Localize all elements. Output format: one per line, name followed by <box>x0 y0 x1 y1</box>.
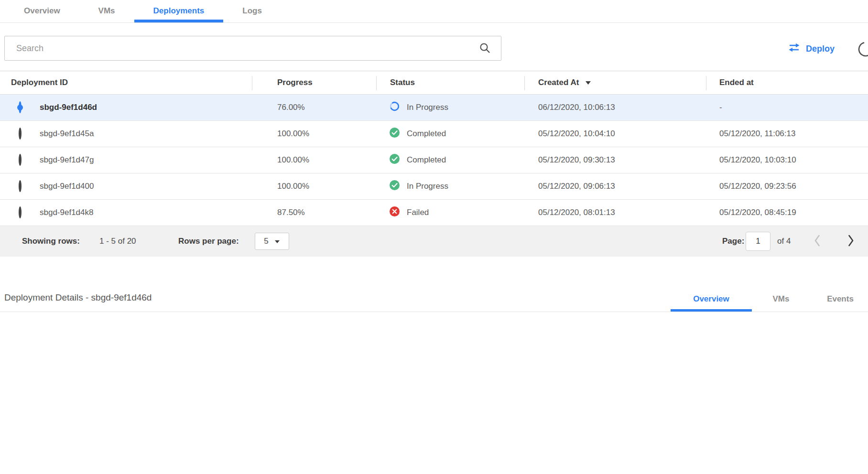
deployments-page: { "tabs": { "items": [ {"label": "Overvi… <box>0 0 868 474</box>
deployment-id-cell: sbgd-9ef1d47g <box>40 155 94 165</box>
ended-at-cell: 05/12/2020, 10:03:10 <box>719 155 796 165</box>
ended-at-cell: - <box>719 103 722 112</box>
details-tab-overview[interactable]: Overview <box>671 290 752 312</box>
completed-check-icon <box>389 127 400 140</box>
chevron-left-icon <box>814 234 821 248</box>
page-number-input[interactable] <box>746 232 770 251</box>
page-total: of 4 <box>777 237 791 246</box>
progress-cell: 100.00% <box>277 129 309 139</box>
status-cell: Completed <box>407 129 446 139</box>
row-radio-selected[interactable] <box>19 101 22 113</box>
status-cell: In Progress <box>407 182 448 191</box>
deployment-details-section: Deployment Details - sbgd-9ef1d46d Overv… <box>0 286 868 474</box>
table-row[interactable]: sbgd-9ef1d45a 100.00% Completed 05/12/20… <box>0 121 868 147</box>
refresh-icon <box>857 40 868 60</box>
row-radio[interactable] <box>19 180 22 192</box>
column-header-deployment-id: Deployment ID <box>11 78 68 87</box>
chevron-right-icon <box>847 234 855 248</box>
refresh-button[interactable] <box>857 40 868 58</box>
main-tabbar: Overview VMs Deployments Logs <box>0 0 868 23</box>
created-at-cell: 05/12/2020, 10:04:10 <box>538 129 615 139</box>
column-header-created-at-label: Created At <box>538 78 579 87</box>
deploy-button[interactable]: Deploy <box>788 40 835 57</box>
deployment-id-cell: sbgd-9ef1d4k8 <box>40 208 93 217</box>
column-divider <box>524 76 525 90</box>
created-at-cell: 06/12/2020, 10:06:13 <box>538 103 615 112</box>
search-icon <box>479 42 491 56</box>
deployment-id-cell: sbgd-9ef1d45a <box>40 129 94 139</box>
table-footer: Showing rows: 1 - 5 of 20 Rows per page:… <box>0 226 868 257</box>
column-divider <box>252 76 252 90</box>
rows-per-page-value: 5 <box>264 237 268 246</box>
tab-deployments[interactable]: Deployments <box>134 0 224 22</box>
status-cell: In Progress <box>407 103 448 112</box>
page-label: Page: <box>722 237 744 246</box>
column-header-status: Status <box>390 78 415 87</box>
row-radio[interactable] <box>19 154 22 166</box>
column-divider <box>706 76 706 90</box>
table-row[interactable]: sbgd-9ef1d46d 76.00% In Progress 06/12/2… <box>0 95 868 121</box>
created-at-cell: 05/12/2020, 09:06:13 <box>538 182 615 191</box>
details-title: Deployment Details - sbgd-9ef1d46d <box>4 292 152 303</box>
progress-cell: 100.00% <box>277 182 309 191</box>
rows-per-page-select[interactable]: 5 <box>255 233 289 250</box>
showing-rows-label: Showing rows: <box>22 237 80 246</box>
status-cell: Failed <box>407 208 429 217</box>
created-at-cell: 05/12/2020, 08:01:13 <box>538 208 615 217</box>
ended-at-cell: 05/12/2020, 09:23:56 <box>719 182 796 191</box>
search-input[interactable] <box>4 36 501 61</box>
status-cell: Completed <box>407 155 446 165</box>
in-progress-spinner-icon <box>389 101 400 114</box>
column-header-ended-at: Ended at <box>719 78 754 87</box>
table-row[interactable]: sbgd-9ef1d400 100.00% In Progress 05/12/… <box>0 173 868 200</box>
next-page-button[interactable] <box>845 232 857 250</box>
row-radio[interactable] <box>19 206 22 218</box>
table-row[interactable]: sbgd-9ef1d4k8 87.50% Failed 05/12/2020, … <box>0 200 868 226</box>
deploy-button-label: Deploy <box>806 44 835 54</box>
tab-overview[interactable]: Overview <box>5 0 79 22</box>
column-header-progress: Progress <box>277 78 313 87</box>
tab-logs[interactable]: Logs <box>223 0 281 22</box>
swap-arrows-icon <box>788 43 801 55</box>
progress-cell: 76.00% <box>277 103 305 112</box>
progress-cell: 100.00% <box>277 155 309 165</box>
deployment-id-cell: sbgd-9ef1d46d <box>40 103 97 112</box>
table-row[interactable]: sbgd-9ef1d47g 100.00% Completed 05/12/20… <box>0 147 868 173</box>
details-tab-events[interactable]: Events <box>812 290 868 312</box>
chevron-down-icon <box>274 237 280 246</box>
table-header: Deployment ID Progress Status Created At… <box>0 71 868 95</box>
column-divider <box>376 76 377 90</box>
rows-per-page-label: Rows per page: <box>178 237 239 246</box>
previous-page-button[interactable] <box>812 232 823 250</box>
ended-at-cell: 05/12/2020, 11:06:13 <box>719 129 795 139</box>
column-header-created-at[interactable]: Created At <box>538 78 591 87</box>
details-divider <box>0 312 868 312</box>
ended-at-cell: 05/12/2020, 08:45:19 <box>719 208 796 217</box>
details-tab-vms[interactable]: VMs <box>758 290 804 312</box>
progress-cell: 87.50% <box>277 208 305 217</box>
row-radio[interactable] <box>19 128 22 140</box>
created-at-cell: 05/12/2020, 09:30:13 <box>538 155 615 165</box>
completed-check-icon <box>389 180 400 193</box>
failed-x-icon <box>389 206 400 219</box>
completed-check-icon <box>389 153 400 167</box>
tab-vms[interactable]: VMs <box>79 0 134 22</box>
showing-rows-value: 1 - 5 of 20 <box>99 237 136 246</box>
deployment-id-cell: sbgd-9ef1d400 <box>40 182 94 191</box>
sort-desc-icon <box>585 78 591 87</box>
